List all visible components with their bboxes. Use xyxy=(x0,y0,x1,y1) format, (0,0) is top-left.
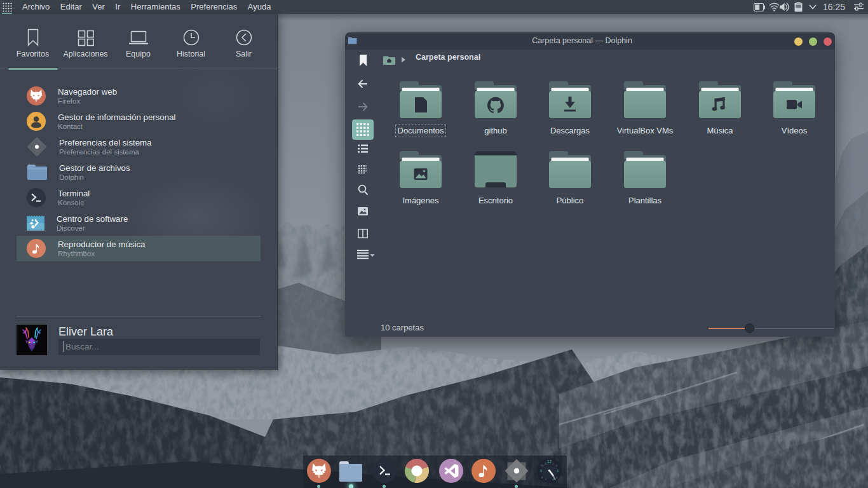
svg-text:9: 9 xyxy=(540,469,542,473)
svg-text:10: 10 xyxy=(541,464,544,467)
svg-text:3: 3 xyxy=(557,469,559,473)
svg-text:12: 12 xyxy=(547,459,552,464)
